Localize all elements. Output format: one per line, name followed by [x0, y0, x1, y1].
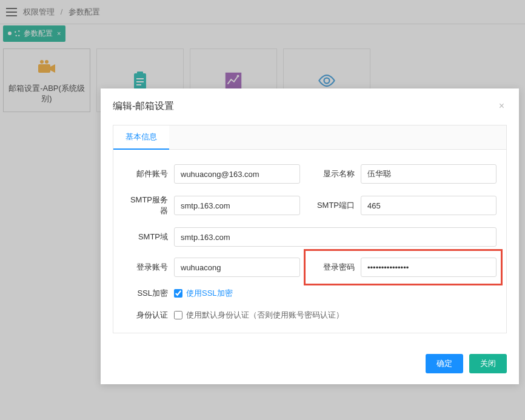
label-ssl: SSL加密 — [123, 288, 174, 299]
close-button[interactable]: 关闭 — [469, 354, 507, 373]
label-email-account: 邮件账号 — [123, 168, 174, 179]
ok-button[interactable]: 确定 — [426, 354, 463, 373]
checkbox-ssl[interactable] — [174, 289, 182, 298]
input-display-name[interactable] — [361, 164, 497, 184]
input-login-account[interactable] — [174, 258, 300, 277]
label-auth: 身份认证 — [123, 310, 174, 321]
input-smtp-domain[interactable] — [174, 227, 497, 247]
label-smtp-domain: SMTP域 — [123, 232, 174, 242]
label-smtp-port: SMTP端口 — [310, 200, 361, 211]
checkbox-auth[interactable] — [174, 311, 182, 319]
modal-header: 编辑-邮箱设置 × — [101, 88, 519, 119]
modal-body: 基本信息 邮件账号 显示名称 SMTP服务器 S — [101, 119, 519, 345]
checkbox-auth-label[interactable]: 使用默认身份认证（否则使用账号密码认证） — [186, 310, 344, 321]
modal-title: 编辑-邮箱设置 — [113, 100, 174, 113]
input-email-account[interactable] — [174, 164, 300, 184]
modal-footer: 确定 关闭 — [101, 345, 519, 384]
inner-tabs: 基本信息 — [113, 125, 507, 150]
inner-tabs-rest — [169, 125, 506, 150]
label-display-name: 显示名称 — [310, 168, 361, 179]
label-smtp-server: SMTP服务器 — [123, 195, 174, 216]
input-login-password[interactable] — [361, 258, 497, 277]
modal-edit-email: 编辑-邮箱设置 × 基本信息 邮件账号 显示名称 SMTP服务器 — [101, 88, 519, 384]
form-area: 邮件账号 显示名称 SMTP服务器 SMTP端口 — [113, 150, 507, 333]
label-login-account: 登录账号 — [123, 262, 174, 273]
close-icon[interactable]: × — [497, 98, 507, 114]
checkbox-ssl-label[interactable]: 使用SSL加密 — [186, 288, 233, 299]
label-login-password: 登录密码 — [310, 262, 361, 273]
tab-basic-info[interactable]: 基本信息 — [113, 125, 169, 150]
input-smtp-server[interactable] — [174, 196, 300, 215]
input-smtp-port[interactable] — [361, 196, 497, 215]
